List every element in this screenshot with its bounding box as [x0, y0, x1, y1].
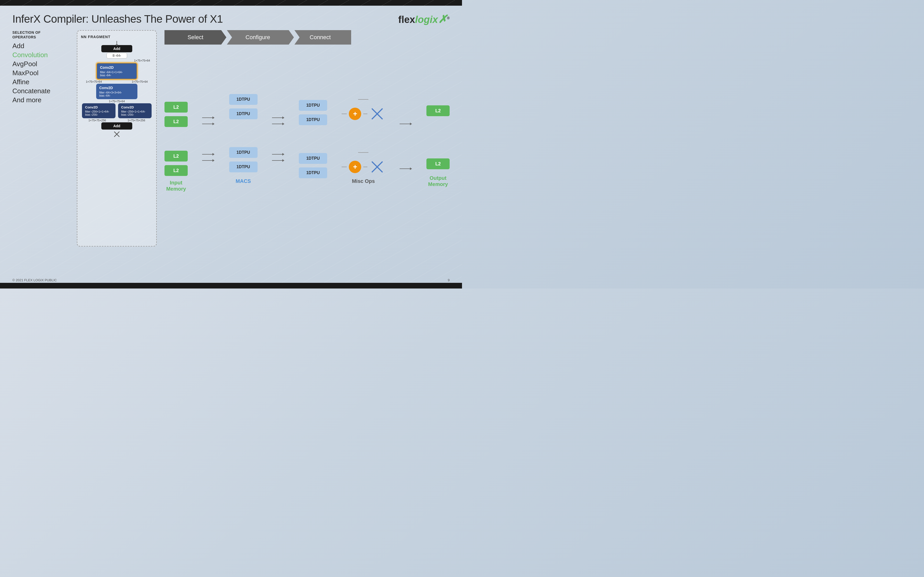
- slide-title: InferX Compiler: Unleashes The Power of …: [12, 13, 223, 25]
- arrow-2: [202, 122, 215, 125]
- dim-row-2: 1×75×75×64 1×75×75×64: [83, 80, 150, 84]
- arrow-plus-in: [342, 114, 347, 114]
- l2-box-out-1: L2: [426, 105, 450, 116]
- bottom-bar: [0, 283, 462, 288]
- conv3-filter: filter ‹256×1×1×64›: [85, 110, 112, 113]
- l2-box-3: L2: [165, 151, 188, 161]
- line-out-2: [363, 167, 367, 167]
- dtpu-1-2: 1DTPU: [229, 108, 258, 119]
- node-add-bottom: Add: [101, 122, 132, 130]
- conv3-bias: bias ‹256›: [85, 113, 112, 116]
- input-memory-col: L2 L2 L2 L2 InputMemory: [165, 102, 188, 192]
- arrow-10: [400, 168, 412, 170]
- dtpu-2-3: 1DTPU: [299, 153, 327, 164]
- op-add: Add: [12, 42, 69, 50]
- l2-box-out-2: L2: [426, 158, 450, 169]
- dtpu-2-1: 1DTPU: [299, 100, 327, 111]
- node-b: B ‹64›: [107, 53, 127, 58]
- arrow-3: [202, 153, 215, 156]
- op-maxpool: MaxPool: [12, 69, 69, 77]
- footer: © 2021 FLEX LOGIX PUBLIC 9: [12, 278, 450, 282]
- input-l2-group: L2 L2: [165, 102, 188, 127]
- node-conv3: Conv2D filter ‹256×1×1×64› bias ‹256›: [82, 103, 115, 118]
- l2-box-4: L2: [165, 165, 188, 176]
- misc-row-2: +: [342, 161, 385, 172]
- dtpu-1-1: 1DTPU: [229, 94, 258, 105]
- dim-label-4: 1×75×75×64: [109, 100, 125, 103]
- nav-select-label: Select: [187, 34, 203, 41]
- arrow-6: [272, 122, 284, 125]
- spacer-a2: [272, 129, 284, 150]
- misc-row-1: +: [342, 108, 385, 119]
- arrows-col-1: [202, 116, 215, 162]
- nav-bar: Select Configure Connect: [165, 30, 450, 45]
- arrows-col-3: [400, 108, 412, 170]
- nav-select[interactable]: Select: [165, 30, 226, 45]
- arrow-5: [272, 116, 284, 119]
- dim-label-1: 1×75×75×64: [134, 59, 150, 62]
- nn-fragment-label: NN FRAGMENT: [81, 35, 153, 39]
- arrow-9: [400, 122, 412, 125]
- x-mark-1: [370, 106, 385, 122]
- dim-row-bottom: 1×75×75×256 1×75×75×256: [83, 118, 150, 122]
- conv1-filter: filter ‹64×1×1×64›: [100, 71, 134, 74]
- macs-label: MACS: [236, 178, 251, 184]
- dtpu-2-2: 1DTPU: [299, 114, 327, 125]
- arrow-plus-out: [363, 114, 367, 114]
- nn-bottom-section: Conv2D filter ‹256×1×1×64› bias ‹256› Co…: [81, 103, 153, 118]
- top-bar: [0, 0, 462, 6]
- logo-x: ✗: [438, 13, 447, 25]
- input-l2-group-2: L2 L2: [165, 151, 188, 176]
- node-conv1: Conv2D filter ‹64×1×1×64› bias ‹64›: [96, 63, 137, 80]
- misc-ops-label: Misc Ops: [352, 178, 375, 184]
- dtpu-1-3: 1DTPU: [229, 147, 258, 158]
- node-conv2: Conv2D filter ‹64×3×3×64› bias ‹64›: [96, 84, 137, 99]
- dim-label-left: 1×75×75×64: [86, 80, 102, 83]
- bottom-left-col: Conv2D filter ‹256×1×1×64› bias ‹256›: [82, 103, 115, 118]
- l2-box-1: L2: [165, 102, 188, 113]
- header-row: InferX Compiler: Unleashes The Power of …: [12, 13, 450, 26]
- dim-label-6: 1×75×75×256: [128, 119, 145, 122]
- arrow-top: [116, 41, 117, 45]
- op-concatenate: Concatenate: [12, 87, 69, 95]
- nav-connect-label: Connect: [310, 34, 331, 41]
- line-top: [358, 99, 368, 100]
- input-memory-label: InputMemory: [166, 179, 186, 192]
- logo-area: flexlogix✗®: [398, 13, 450, 26]
- conv2-bias: bias ‹64›: [99, 94, 134, 97]
- slide-content: InferX Compiler: Unleashes The Power of …: [0, 6, 462, 283]
- output-memory-label: OutputMemory: [428, 175, 448, 187]
- plus-circle-1: +: [349, 108, 361, 120]
- nn-diagram: Add B ‹64› 1×75×75×64 Conv2D filter ‹64×…: [81, 41, 153, 138]
- arrow-plus-out-2: [363, 167, 367, 167]
- arrow-8: [272, 159, 284, 162]
- op-affine: Affine: [12, 78, 69, 86]
- logo: flexlogix✗®: [398, 13, 450, 26]
- operators-title: SELECTION OFOPERATORS: [12, 30, 69, 39]
- op-avgpool: AvgPool: [12, 60, 69, 68]
- x-mark-2: [370, 159, 385, 175]
- op-convolution: Convolution: [12, 51, 69, 59]
- conv2-filter: filter ‹64×3×3×64›: [99, 91, 134, 94]
- nn-fragment-container: NN FRAGMENT Add B ‹64› 1×75×75×64 Conv2D…: [77, 30, 157, 247]
- arrow-plus-in-2: [342, 167, 347, 167]
- spacer-a1: [202, 129, 215, 150]
- operator-list: Add Convolution AvgPool MaxPool Affine C…: [12, 42, 69, 104]
- dim-label-right: 1×75×75×64: [132, 80, 148, 83]
- plus-circle-2: +: [349, 161, 361, 173]
- misc-row-bottom-spacer: [358, 147, 368, 158]
- line-out-1: [363, 114, 367, 114]
- spacer-arr3-top: [400, 108, 412, 119]
- l2-box-2: L2: [165, 116, 188, 127]
- line-in-1: [342, 114, 347, 114]
- arrow-7: [272, 153, 284, 156]
- conv4-filter: filter ‹256×1×1×64›: [121, 110, 149, 113]
- left-panel: SELECTION OFOPERATORS Add Convolution Av…: [12, 30, 69, 247]
- page-number: 9: [448, 278, 450, 282]
- arrow-1: [202, 116, 215, 119]
- logo-flex: flex: [398, 14, 415, 25]
- nav-configure[interactable]: Configure: [222, 30, 294, 45]
- nav-connect[interactable]: Connect: [289, 30, 351, 45]
- x-marks: [113, 131, 120, 138]
- dtpu-col-1: 1DTPU 1DTPU 1DTPU 1DTPU MACS: [229, 94, 258, 184]
